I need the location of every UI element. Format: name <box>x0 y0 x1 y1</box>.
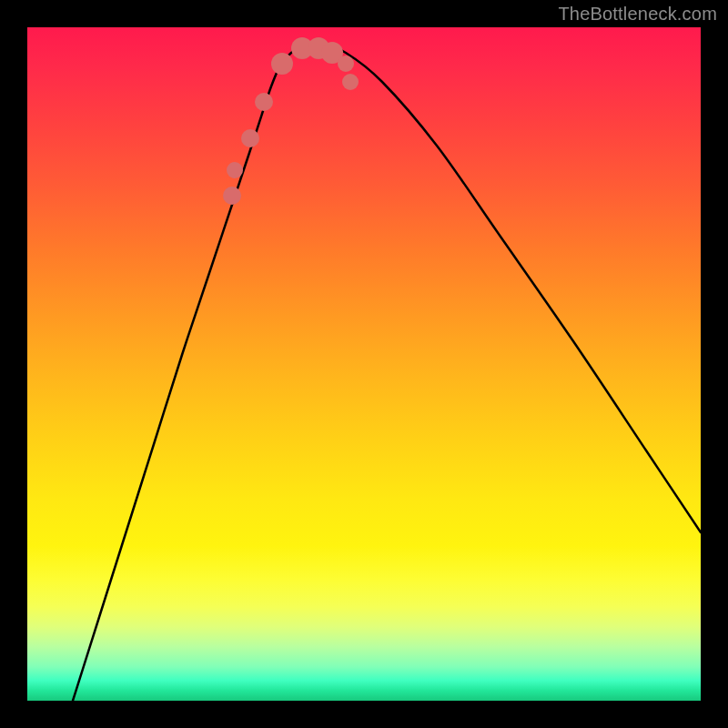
bottleneck-curve <box>73 45 701 701</box>
highlight-dots <box>223 37 359 205</box>
highlight-dot <box>241 129 259 147</box>
highlight-dot <box>227 162 243 178</box>
highlight-dot <box>223 187 241 205</box>
plot-area <box>27 27 701 701</box>
curve-layer <box>27 27 701 701</box>
chart-frame: TheBottleneck.com <box>0 0 728 728</box>
highlight-dot <box>338 56 354 72</box>
highlight-dot <box>271 53 293 75</box>
watermark-text: TheBottleneck.com <box>558 4 717 25</box>
highlight-dot <box>255 93 273 111</box>
highlight-dot <box>342 74 359 90</box>
